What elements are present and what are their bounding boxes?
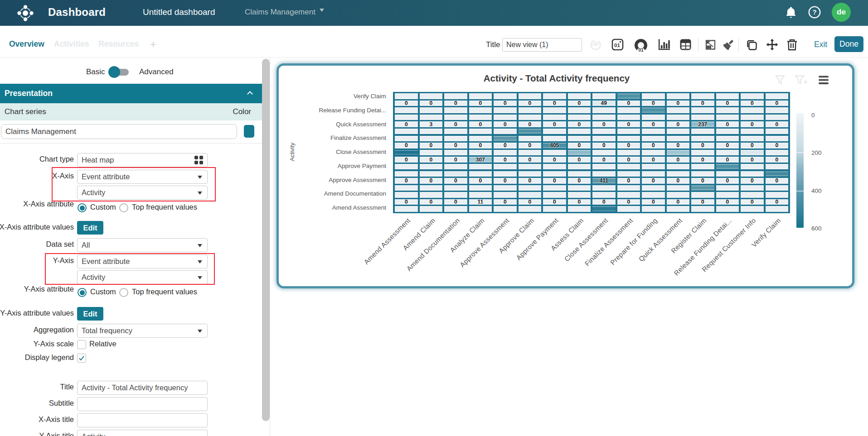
svg-text:01: 01 [614, 43, 620, 48]
svg-text:01: 01 [638, 48, 644, 52]
svg-text:?: ? [812, 8, 816, 16]
